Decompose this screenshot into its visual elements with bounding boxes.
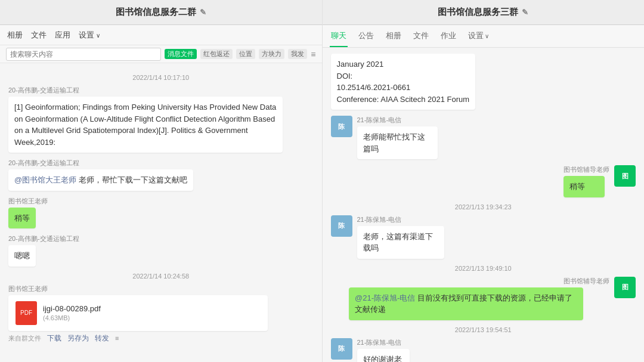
message-block-file-1: 图书馆王老师 PDF ijgi-08-00289.pdf (4.63MB) 来自…: [8, 284, 314, 344]
left-edit-icon[interactable]: ✎: [200, 8, 206, 17]
right-panel-header: 图书馆信息服务三群 ✎: [323, 0, 645, 25]
bubble-r4: @21-陈保旭-电信 目前没有找到可直接下载的资源，已经申请了文献传递: [349, 287, 583, 320]
left-chat-area: 2022/1/14 10:17:10 20-高伟鹏-交通运输工程 [1] Geo…: [0, 63, 322, 362]
pdf-icon-1: PDF: [16, 301, 37, 325]
bubble-4: 嗯嗯: [8, 245, 36, 267]
sender-r1: 21-陈保旭-电信: [357, 116, 447, 125]
bubble-r0: January 2021 DOI: 10.2514/6.2021-0661 Co…: [331, 54, 476, 110]
right-edit-icon[interactable]: ✎: [522, 8, 528, 17]
avatar-r3: 陈: [331, 215, 352, 237]
bubble-r5: 好的谢谢老师: [357, 349, 410, 363]
file-source-1: 来自群文件 下载 另存为 转发 ≡: [8, 333, 314, 344]
timestamp-r1: 2022/1/13 19:34:23: [331, 203, 636, 211]
search-input[interactable]: [6, 48, 161, 61]
bubble-r3: 老师，这篇有渠道下载吗: [357, 226, 445, 259]
download-action-1[interactable]: 下载: [47, 333, 61, 344]
file-message-1: PDF ijgi-08-00289.pdf (4.63MB): [8, 295, 268, 331]
right-panel: 图书馆信息服务三群 ✎ 聊天 公告 相册 文件 作业 设置 January 20…: [323, 0, 645, 362]
timestamp-1: 2022/1/14 10:17:10: [8, 74, 314, 81]
right-tab-bar: 聊天 公告 相册 文件 作业 设置: [323, 25, 645, 48]
sender-r2: 图书馆辅导老师: [564, 165, 609, 174]
tab-chat[interactable]: 聊天: [330, 26, 348, 47]
tab-album[interactable]: 相册: [385, 26, 402, 47]
msg-content-r3: 21-陈保旭-电信 老师，这篇有渠道下载吗: [357, 215, 454, 259]
search-tag-redpacket[interactable]: 红包返还: [200, 49, 233, 59]
msg-content-r2: 图书馆辅导老师 稍等: [564, 165, 609, 197]
bubble-r1: 老师能帮忙找下这篇吗: [357, 126, 438, 159]
msg-content-r5: 21-陈保旭-电信 好的谢谢老师: [357, 338, 416, 363]
msg-row-r5: 陈 21-陈保旭-电信 好的谢谢老师: [331, 338, 636, 363]
avatar-r4: 图: [614, 277, 636, 298]
tab-settings[interactable]: 设置: [467, 26, 491, 47]
bubble-3: 稍等: [8, 208, 36, 229]
file-info-1: ijgi-08-00289.pdf (4.63MB): [43, 304, 101, 321]
toolbar-settings[interactable]: 设置: [79, 30, 100, 41]
search-tag-mypost[interactable]: 我发: [288, 49, 307, 59]
bubble-2: @图书馆大王老师 老师，帮忙下载一下这篇文献吧: [8, 169, 193, 191]
sender-r4: 图书馆辅导老师: [349, 277, 609, 286]
sender-r5: 21-陈保旭-电信: [357, 338, 416, 347]
menu-icon[interactable]: ≡: [311, 49, 315, 59]
sender-3: 图书馆王老师: [8, 197, 314, 206]
bubble-1: [1] Geoinformation; Findings from Peking…: [8, 97, 283, 153]
file-name-1: ijgi-08-00289.pdf: [43, 304, 101, 313]
tab-notice[interactable]: 公告: [357, 26, 375, 47]
file-source-label-1: 来自群文件: [8, 334, 41, 343]
right-chat-area: January 2021 DOI: 10.2514/6.2021-0661 Co…: [323, 48, 645, 362]
search-tag-message[interactable]: 消息文件: [165, 49, 197, 59]
sender-4: 20-高伟鹏-交通运输工程: [8, 234, 314, 243]
msg-content-r1: 21-陈保旭-电信 老师能帮忙找下这篇吗: [357, 116, 447, 159]
avatar-r5: 陈: [331, 338, 352, 360]
toolbar-files[interactable]: 文件: [31, 30, 47, 41]
left-panel-header: 图书馆信息服务二群 ✎: [0, 0, 322, 25]
message-block-1: 20-高伟鹏-交通运输工程 [1] Geoinformation; Findin…: [8, 86, 314, 153]
msg-row-r2: 图 图书馆辅导老师 稍等: [331, 165, 636, 197]
forward-action-1[interactable]: 转发: [95, 333, 109, 344]
msg-content-r4: 图书馆辅导老师 @21-陈保旭-电信 目前没有找到可直接下载的资源，已经申请了文…: [349, 277, 609, 320]
avatar-r1: 陈: [331, 116, 352, 137]
bubble-r2: 稍等: [564, 176, 605, 197]
toolbar-apps[interactable]: 应用: [55, 30, 70, 41]
toolbar-album[interactable]: 相册: [7, 30, 23, 41]
more-icon-1[interactable]: ≡: [115, 335, 119, 342]
timestamp-r3: 2022/1/13 19:54:51: [331, 326, 636, 333]
search-tag-location[interactable]: 位置: [236, 49, 255, 59]
left-panel: 图书馆信息服务二群 ✎ 相册 文件 应用 设置 消息文件 红包返还 位置 方块力…: [0, 0, 323, 362]
message-block-4: 20-高伟鹏-交通运输工程 嗯嗯: [8, 234, 314, 267]
msg-row-r3: 陈 21-陈保旭-电信 老师，这篇有渠道下载吗: [331, 215, 636, 259]
saveas-action-1[interactable]: 另存为: [67, 333, 89, 344]
message-block-r0: January 2021 DOI: 10.2514/6.2021-0661 Co…: [331, 54, 636, 110]
tab-files[interactable]: 文件: [412, 26, 430, 47]
msg-row-r4: 图 图书馆辅导老师 @21-陈保旭-电信 目前没有找到可直接下载的资源，已经申请…: [331, 277, 636, 320]
sender-1: 20-高伟鹏-交通运输工程: [8, 86, 314, 95]
timestamp-r2: 2022/1/13 19:49:10: [331, 265, 636, 272]
timestamp-2: 2022/1/14 10:24:58: [8, 273, 314, 280]
search-tag-blockforce[interactable]: 方块力: [259, 49, 284, 59]
right-panel-title: 图书馆信息服务三群: [438, 7, 518, 18]
message-block-2: 20-高伟鹏-交通运输工程 @图书馆大王老师 老师，帮忙下载一下这篇文献吧: [8, 159, 314, 191]
left-panel-title: 图书馆信息服务二群: [116, 7, 196, 18]
left-search-bar: 消息文件 红包返还 位置 方块力 我发 ≡: [0, 45, 322, 63]
tab-homework[interactable]: 作业: [439, 26, 457, 47]
mention-r1: @21-陈保旭-电信: [355, 293, 415, 302]
sender-2: 20-高伟鹏-交通运输工程: [8, 159, 314, 168]
avatar-r2: 图: [614, 165, 636, 187]
left-toolbar: 相册 文件 应用 设置: [0, 25, 322, 45]
file-size-1: (4.63MB): [43, 314, 101, 321]
msg-row-r1: 陈 21-陈保旭-电信 老师能帮忙找下这篇吗: [331, 116, 636, 159]
message-block-3: 图书馆王老师 稍等: [8, 197, 314, 229]
sender-file-1: 图书馆王老师: [8, 284, 314, 293]
sender-r3: 21-陈保旭-电信: [357, 215, 454, 224]
mention-1: @图书馆大王老师: [14, 175, 76, 184]
